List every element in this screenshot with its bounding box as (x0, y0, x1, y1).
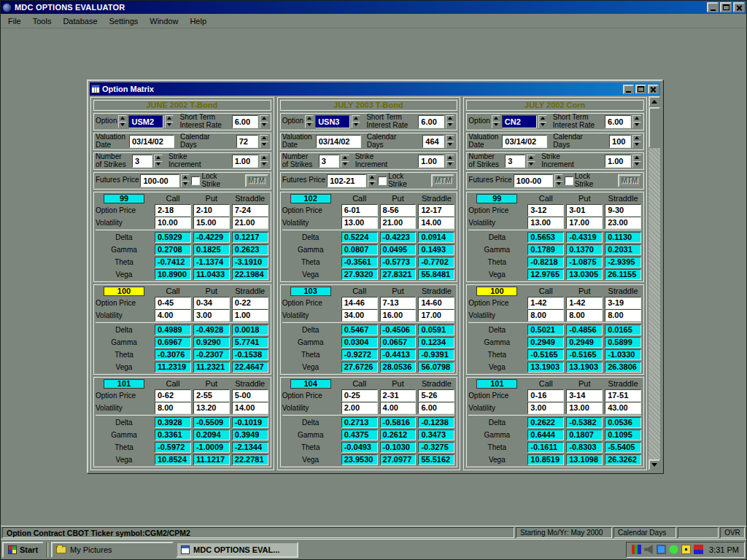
panel1-strike-99-price-put[interactable]: 2-10 (193, 204, 230, 217)
panel1-strike-101-price-call[interactable]: 0-62 (155, 389, 191, 402)
menu-settings[interactable]: Settings (104, 15, 144, 27)
panel1-option-spinner-right-up[interactable] (165, 115, 174, 122)
panel1-num-strikes-spinner[interactable] (154, 155, 163, 168)
task-my-pictures[interactable]: My Pictures (51, 542, 174, 558)
panel1-strike-101-vol-put[interactable]: 13.20 (193, 402, 230, 414)
panel3-strike-101-price-straddle[interactable]: 17-51 (605, 389, 641, 402)
panel3-num-strikes-field[interactable]: 3 (505, 155, 525, 168)
panel1-futures-price-spinner[interactable] (181, 174, 190, 187)
panel2-futures-price-field[interactable]: 102-21 (327, 174, 366, 187)
panel1-option-spinner-left-down[interactable] (118, 122, 127, 128)
panel2-strike-increment-spinner-down[interactable] (446, 161, 454, 168)
panel3-strike-100-price-call[interactable]: 1-42 (527, 297, 564, 309)
panel1-interest-rate-spinner-up[interactable] (260, 115, 268, 122)
panel3-strike-101-vol-straddle[interactable]: 43.00 (605, 402, 641, 414)
panel2-strike-104-price-put[interactable]: 2-31 (380, 389, 417, 402)
panel1-interest-rate-field[interactable]: 6.00 (232, 115, 258, 128)
panel1-strike-101-vol-call[interactable]: 8.00 (155, 402, 191, 414)
panel3-strike-increment-spinner[interactable] (632, 155, 641, 168)
panel2-option-spinner-left-up[interactable] (305, 115, 314, 122)
start-button[interactable]: Start (2, 542, 44, 558)
panel2-calendar-days-field[interactable]: 464 (422, 135, 444, 148)
panel3-option-field[interactable]: CN2 (502, 115, 537, 128)
panel1-strike-increment-field[interactable]: 1.00 (232, 155, 258, 168)
panel1-strike-101-price-put[interactable]: 2-55 (193, 389, 230, 402)
panel1-strike-increment-spinner[interactable] (260, 155, 268, 168)
panel1-option-spinner-left-up[interactable] (118, 115, 127, 122)
panel1-calendar-days-field[interactable]: 72 (236, 135, 258, 148)
panel3-strike-99-price-put[interactable]: 3-01 (566, 204, 603, 217)
panel3-calendar-days-spinner-down[interactable] (632, 141, 641, 148)
panel3-valuation-date-field[interactable]: 03/14/02 (502, 135, 547, 148)
panel1-valuation-date-field[interactable]: 03/14/02 (129, 135, 174, 148)
panel3-option-spinner-left-up[interactable] (492, 115, 500, 122)
panel3-futures-price-spinner-down[interactable] (554, 181, 563, 187)
panel3-calendar-days-spinner-up[interactable] (632, 135, 641, 141)
menu-window[interactable]: Window (144, 15, 184, 27)
panel2-strike-103-vol-call[interactable]: 34.00 (341, 309, 378, 322)
panel1-strike-99-price-straddle[interactable]: 7-24 (232, 204, 268, 217)
panel2-strike-104-vol-straddle[interactable]: 6.00 (418, 402, 454, 414)
panel3-interest-rate-spinner-up[interactable] (632, 115, 641, 122)
panel3-strike-100-vol-straddle[interactable]: 8.00 (605, 309, 641, 322)
panel3-futures-price-field[interactable]: 100-00 (514, 174, 553, 187)
panel1-option-field[interactable]: USM2 (128, 115, 163, 128)
panel1-num-strikes-spinner-up[interactable] (154, 155, 163, 161)
panel2-interest-rate-spinner-down[interactable] (446, 122, 454, 128)
panel2-futures-price-spinner-up[interactable] (368, 174, 376, 181)
panel2-mtm-button[interactable]: MTM (431, 174, 454, 187)
panel3-strike-100-vol-call[interactable]: 8.00 (527, 309, 564, 322)
panel3-strike-101-price-call[interactable]: 0-16 (527, 389, 564, 402)
panel3-futures-price-spinner[interactable] (554, 174, 563, 187)
panel1-interest-rate-spinner-down[interactable] (260, 122, 268, 128)
panel1-strike-99-vol-call[interactable]: 10.00 (155, 217, 191, 229)
panel1-option-spinner-right-down[interactable] (165, 122, 174, 128)
panel3-calendar-days-field[interactable]: 100 (609, 135, 631, 148)
panel3-strike-99-price-straddle[interactable]: 9-30 (605, 204, 641, 217)
panel3-interest-rate-spinner[interactable] (632, 115, 641, 128)
panel2-num-strikes-spinner-down[interactable] (341, 161, 349, 168)
menu-help[interactable]: Help (184, 15, 212, 27)
panel1-strike-100-price-put[interactable]: 0-34 (193, 297, 230, 309)
scroll-down-button[interactable] (649, 459, 660, 470)
panel3-mtm-button[interactable]: MTM (618, 174, 641, 187)
panel1-strike-100-vol-straddle[interactable]: 1.00 (232, 309, 268, 322)
panel1-calendar-days-spinner[interactable] (260, 135, 268, 148)
panel1-futures-price-spinner-down[interactable] (181, 181, 190, 187)
panel3-interest-rate-field[interactable]: 6.00 (605, 115, 631, 128)
panel3-option-spinner-right-down[interactable] (538, 122, 547, 128)
panel2-strike-102-vol-call[interactable]: 13.00 (341, 217, 378, 229)
restore-button[interactable] (720, 2, 732, 12)
panel3-num-strikes-spinner-up[interactable] (527, 155, 535, 161)
panel2-futures-price-spinner[interactable] (368, 174, 376, 187)
panel1-strike-101-vol-straddle[interactable]: 14.00 (232, 402, 268, 414)
panel1-strike-100-price-call[interactable]: 0-45 (155, 297, 191, 309)
panel2-valuation-date-field[interactable]: 03/14/02 (316, 135, 361, 148)
panel2-num-strikes-spinner[interactable] (341, 155, 349, 168)
panel2-strike-103-vol-straddle[interactable]: 17.00 (418, 309, 454, 322)
tray-volume-icon[interactable] (644, 545, 654, 554)
close-button[interactable] (733, 2, 745, 12)
vertical-scrollbar[interactable] (649, 96, 660, 470)
panel3-lock-strike-checkbox[interactable] (565, 176, 573, 185)
panel2-strike-104-vol-call[interactable]: 2.00 (341, 402, 378, 414)
panel2-strike-103-price-put[interactable]: 7-13 (380, 297, 417, 309)
menu-tools[interactable]: Tools (27, 15, 58, 27)
panel3-num-strikes-spinner[interactable] (527, 155, 535, 168)
panel1-strike-101-price-straddle[interactable]: 5-00 (232, 389, 268, 402)
panel2-strike-104-price-call[interactable]: 0-25 (341, 389, 378, 402)
panel2-strike-103-price-straddle[interactable]: 14-60 (418, 297, 454, 309)
panel2-strike-104-price-straddle[interactable]: 5-26 (418, 389, 454, 402)
matrix-maximize-button[interactable] (635, 85, 646, 94)
panel1-mtm-button[interactable]: MTM (245, 174, 268, 187)
panel3-strike-99-vol-straddle[interactable]: 23.00 (605, 217, 641, 229)
panel1-futures-price-field[interactable]: 100-00 (140, 174, 179, 187)
tray-chart-icon[interactable] (632, 545, 641, 554)
panel1-strike-99-vol-straddle[interactable]: 21.00 (232, 217, 268, 229)
panel2-strike-103-vol-put[interactable]: 16.00 (380, 309, 417, 322)
panel3-strike-100-price-put[interactable]: 1-42 (566, 297, 603, 309)
panel2-option-spinner-left[interactable] (305, 115, 314, 128)
panel2-interest-rate-spinner[interactable] (446, 115, 454, 128)
panel1-strike-100-vol-put[interactable]: 3.00 (193, 309, 230, 322)
panel2-interest-rate-field[interactable]: 6.00 (418, 115, 444, 128)
